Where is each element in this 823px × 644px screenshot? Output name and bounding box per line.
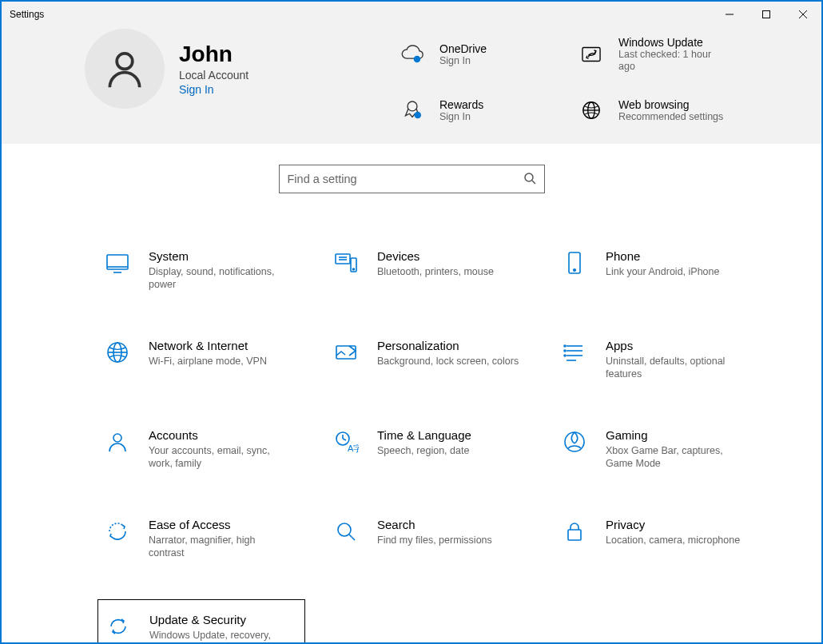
cat-title: Time & Language [377,428,471,442]
accounts-icon [104,428,131,455]
cat-sub: Location, camera, microphone [606,534,740,547]
privacy-icon [561,518,588,545]
svg-point-8 [415,112,422,119]
cat-sub: Speech, region, date [377,444,471,457]
svg-point-35 [113,434,121,442]
cat-sub: Background, lock screen, colors [377,355,519,368]
cat-sub: Windows Update, recovery, backup [149,629,293,644]
cat-sub: Link your Android, iPhone [606,265,719,278]
svg-rect-1 [763,11,770,18]
close-button[interactable] [785,2,821,27]
user-icon [102,46,147,91]
category-devices[interactable]: Devices Bluetooth, printers, mouse [326,241,534,304]
category-phone[interactable]: Phone Link your Android, iPhone [555,241,762,304]
tile-web-browsing[interactable]: Web browsing Recommended settings [575,85,751,136]
tile-onedrive[interactable]: OneDrive Sign In [396,29,572,80]
ease-of-access-icon [104,518,131,545]
category-update-security[interactable]: Update & Security Windows Update, recove… [97,599,305,644]
svg-point-33 [564,350,566,352]
categories-grid: System Display, sound, notifications, po… [97,241,821,644]
onedrive-icon [396,38,428,70]
search-icon [523,172,536,187]
header-panel: John Local Account Sign In OneDrive Sign… [2,27,821,144]
user-block[interactable]: John Local Account Sign In [85,29,396,109]
cat-title: Personalization [377,339,519,352]
tile-onedrive-sub: Sign In [439,55,487,67]
devices-icon [332,249,360,276]
search-row [2,165,821,193]
globe-icon [575,94,607,126]
gaming-icon [561,428,588,455]
svg-line-13 [532,181,535,184]
network-icon [104,339,131,366]
user-signin-link[interactable]: Sign In [179,83,248,96]
svg-point-23 [574,269,576,272]
cat-title: Apps [606,339,749,352]
maximize-button[interactable] [748,2,785,27]
tile-windows-update[interactable]: Windows Update Last checked: 1 hour ago [575,29,751,80]
tile-rewards-title: Rewards [439,98,483,111]
cat-sub: Bluetooth, printers, mouse [377,265,494,278]
cat-title: Update & Security [149,613,293,626]
cat-sub: Wi-Fi, airplane mode, VPN [149,355,267,368]
tile-rewards[interactable]: Rewards Sign In [396,85,572,136]
titlebar: Settings [2,2,821,27]
cat-title: Accounts [149,428,292,442]
tile-web-title: Web browsing [618,98,723,111]
svg-point-12 [525,173,533,181]
phone-icon [561,249,588,276]
user-name: John [179,42,248,67]
tile-onedrive-title: OneDrive [439,42,487,55]
category-search[interactable]: Search Find my files, permissions [326,510,534,572]
tile-rewards-sub: Sign In [439,111,483,123]
svg-point-41 [338,523,351,536]
svg-point-40 [565,432,584,451]
tile-web-sub: Recommended settings [618,111,723,123]
search-input[interactable] [288,173,523,185]
cat-sub: Xbox Game Bar, captures, Game Mode [606,444,749,471]
user-account-type: Local Account [179,69,248,81]
svg-rect-43 [568,530,581,540]
minimize-button[interactable] [711,2,748,27]
svg-point-4 [117,54,133,70]
category-privacy[interactable]: Privacy Location, camera, microphone [555,510,762,572]
search-box[interactable] [279,165,545,193]
svg-line-38 [343,439,346,440]
avatar [85,29,165,109]
tile-wu-title: Windows Update [618,36,730,49]
cat-title: System [149,249,292,263]
search-category-icon [332,518,360,545]
svg-point-34 [564,355,566,356]
cat-sub: Your accounts, email, sync, work, family [149,444,292,471]
header-tiles: OneDrive Sign In Windows Update Last che… [396,29,751,136]
category-ease-of-access[interactable]: Ease of Access Narrator, magnifier, high… [97,510,305,572]
category-accounts[interactable]: Accounts Your accounts, email, sync, wor… [97,420,305,483]
category-personalization[interactable]: Personalization Background, lock screen,… [326,331,534,393]
svg-text:A字: A字 [348,443,359,453]
windows-update-icon [575,38,607,70]
svg-rect-17 [336,254,350,264]
svg-point-5 [414,56,421,63]
category-time-language[interactable]: A字 Time & Language Speech, region, date [326,420,534,483]
category-system[interactable]: System Display, sound, notifications, po… [97,241,305,304]
category-gaming[interactable]: Gaming Xbox Game Bar, captures, Game Mod… [555,420,762,483]
cat-title: Devices [377,249,494,263]
svg-point-32 [564,345,566,347]
svg-point-7 [408,101,417,111]
category-apps[interactable]: Apps Uninstall, defaults, optional featu… [555,331,762,393]
apps-icon [561,339,588,366]
cat-sub: Display, sound, notifications, power [149,265,292,292]
cat-sub: Uninstall, defaults, optional features [606,355,749,381]
update-security-icon [105,613,132,640]
category-network[interactable]: Network & Internet Wi-Fi, airplane mode,… [97,331,305,393]
system-icon [104,249,131,276]
cat-title: Network & Internet [149,339,267,352]
window-controls [711,2,821,27]
cat-title: Privacy [606,518,740,531]
svg-rect-6 [582,48,600,62]
time-language-icon: A字 [332,428,360,455]
cat-title: Ease of Access [149,518,292,531]
personalization-icon [332,339,360,366]
cat-title: Gaming [606,428,749,442]
cat-sub: Narrator, magnifier, high contrast [149,534,292,560]
